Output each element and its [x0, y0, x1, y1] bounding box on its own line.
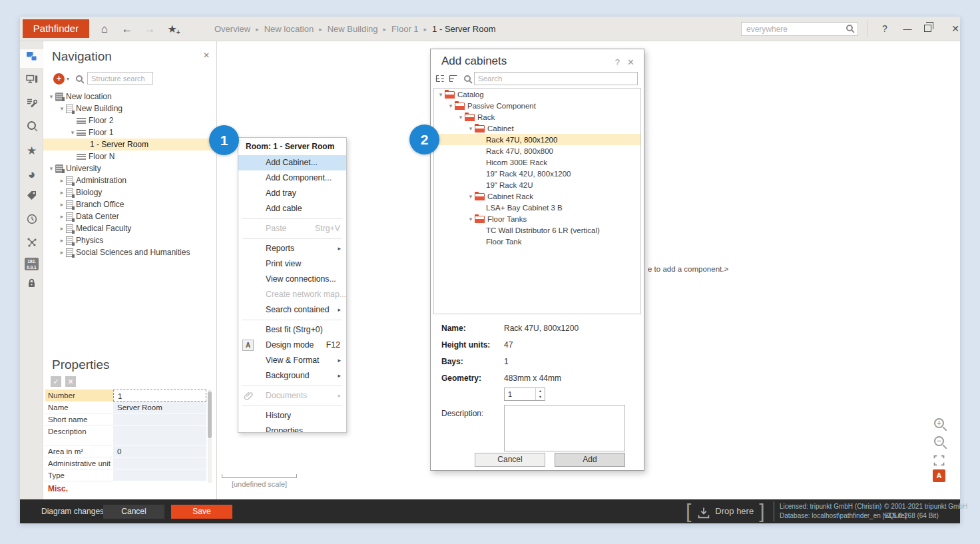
- drop-here-zone[interactable]: [Drop here]: [686, 499, 765, 523]
- minimize-button[interactable]: —: [897, 17, 917, 41]
- property-row-short-name[interactable]: Short name: [45, 413, 206, 425]
- expanded-icon[interactable]: ▾: [467, 125, 475, 132]
- property-value-number[interactable]: 1: [113, 390, 206, 402]
- menu-item-add-tray[interactable]: Add tray: [238, 186, 346, 201]
- dialog-help-icon[interactable]: ?: [615, 57, 620, 67]
- collapsed-icon[interactable]: ▸: [58, 189, 66, 196]
- quantity-input[interactable]: [505, 388, 535, 400]
- catalog-item-cabinet-rack[interactable]: ▾Cabinet Rack: [434, 190, 640, 202]
- workstation-icon[interactable]: [20, 75, 43, 89]
- chevron-down-icon[interactable]: ▾: [67, 76, 69, 82]
- tree-item-data-center[interactable]: ▸Data Center: [43, 210, 216, 222]
- catalog-item-cabinet[interactable]: ▾Cabinet: [434, 123, 640, 134]
- catalog-item-tc-wall-distributor[interactable]: TC Wall Distributor 6 LR (vertical): [434, 224, 640, 236]
- property-value-type[interactable]: [113, 469, 206, 481]
- diagram-save-button[interactable]: Save: [171, 505, 232, 519]
- search-module-icon[interactable]: [20, 121, 43, 135]
- collapsed-icon[interactable]: ▸: [58, 237, 66, 244]
- catalog-search-input[interactable]: [474, 72, 638, 85]
- expanded-icon[interactable]: ▾: [69, 129, 77, 136]
- catalog-item-passive-component[interactable]: ▾Passive Component: [434, 100, 640, 111]
- diagram-cancel-button[interactable]: Cancel: [103, 505, 164, 519]
- design-mode-active-icon[interactable]: A: [933, 469, 945, 482]
- tag-icon[interactable]: [20, 190, 43, 205]
- menu-item-view-format[interactable]: ▸View & Format: [238, 353, 346, 368]
- menu-item-design-mode[interactable]: AF12Design mode: [238, 338, 346, 353]
- zoom-out-icon[interactable]: −: [934, 436, 944, 446]
- help-button[interactable]: ?: [875, 17, 895, 41]
- menu-item-history[interactable]: History: [238, 408, 346, 423]
- lock-icon[interactable]: [20, 278, 43, 292]
- pie-chart-icon[interactable]: ◕: [20, 167, 43, 182]
- menu-item-add-cabinet[interactable]: Add Cabinet...: [238, 155, 346, 170]
- expanded-icon[interactable]: ▾: [467, 216, 475, 222]
- property-row-name[interactable]: NameServer Room: [45, 402, 206, 413]
- catalog-item-floor-tank[interactable]: Floor Tank: [434, 236, 640, 247]
- menu-item-properties-clipped[interactable]: Properties: [238, 423, 346, 433]
- back-icon[interactable]: ←: [117, 17, 137, 41]
- property-value-short-name[interactable]: [113, 413, 206, 425]
- property-value-description[interactable]: [113, 425, 206, 445]
- collapsed-icon[interactable]: ▸: [58, 213, 66, 220]
- dialog-add-button[interactable]: Add: [555, 453, 625, 467]
- scrollbar-thumb[interactable]: [208, 392, 212, 438]
- catalog-item-catalog[interactable]: ▾Catalog: [434, 89, 640, 100]
- property-row-type[interactable]: Type: [45, 469, 206, 481]
- catalog-item-19-rack-42u[interactable]: 19" Rack 42U: [434, 179, 640, 190]
- tree-item-new-location[interactable]: ▾New location: [43, 91, 216, 103]
- add-structure-button[interactable]: +: [53, 73, 65, 85]
- catalog-item-hicom-300e-rack[interactable]: Hicom 300E Rack: [434, 156, 640, 168]
- tree-item-server-room-selected[interactable]: 1 - Server Room: [43, 138, 216, 150]
- property-value-area[interactable]: 0: [113, 445, 206, 457]
- description-textarea[interactable]: [504, 405, 625, 451]
- expanded-icon[interactable]: ▾: [47, 165, 55, 172]
- tree-item-branch-office[interactable]: ▸Branch Office: [43, 198, 216, 210]
- breadcrumb-floor-1[interactable]: Floor 1: [391, 24, 418, 34]
- zoom-in-icon[interactable]: +: [934, 418, 944, 428]
- property-row-description[interactable]: Description: [45, 425, 206, 445]
- close-button[interactable]: ✕: [945, 17, 965, 41]
- menu-item-add-cable[interactable]: Add cable: [238, 201, 346, 216]
- property-value-name[interactable]: Server Room: [113, 402, 206, 413]
- tree-item-floor-1[interactable]: ▾Floor 1: [43, 127, 216, 138]
- property-row-area[interactable]: Area in m²0: [45, 445, 206, 457]
- tree-item-administration[interactable]: ▸Administration: [43, 174, 216, 186]
- navigation-close-icon[interactable]: ✕: [203, 51, 210, 60]
- property-value-administrative-unit[interactable]: [113, 457, 206, 469]
- fit-to-screen-icon[interactable]: [933, 455, 945, 469]
- tree-item-biology[interactable]: ▸Biology: [43, 186, 216, 198]
- property-row-number[interactable]: Number1: [45, 390, 206, 402]
- ip-address-icon[interactable]: 192. 0.0.1: [25, 258, 39, 270]
- history-clock-icon[interactable]: [20, 214, 43, 228]
- spinner-down-icon[interactable]: ▼: [536, 394, 545, 400]
- home-icon[interactable]: ⌂: [95, 17, 115, 41]
- catalog-item-rack-47u-800x800[interactable]: Rack 47U, 800x800: [434, 145, 640, 156]
- collapsed-icon[interactable]: ▸: [58, 177, 66, 184]
- search-icon[interactable]: [846, 25, 853, 31]
- restore-button[interactable]: [924, 25, 931, 32]
- discard-properties-icon[interactable]: ✕: [65, 376, 76, 387]
- expanded-icon[interactable]: ▾: [47, 93, 55, 100]
- tree-item-floor-2[interactable]: Floor 2: [43, 115, 216, 127]
- catalog-item-floor-tanks[interactable]: ▾Floor Tanks: [434, 213, 640, 224]
- breadcrumb-new-building[interactable]: New Building: [328, 24, 378, 34]
- apply-properties-icon[interactable]: ✓: [51, 376, 61, 387]
- configuration-tools-icon[interactable]: [20, 98, 43, 113]
- breadcrumb-new-location[interactable]: New location: [264, 24, 314, 34]
- expand-all-icon[interactable]: [435, 73, 445, 87]
- structure-search-input[interactable]: [87, 72, 153, 85]
- dialog-cancel-button[interactable]: Cancel: [475, 453, 545, 467]
- tree-item-university[interactable]: ▾University: [43, 162, 216, 174]
- tree-item-floor-n[interactable]: Floor N: [43, 150, 216, 162]
- catalog-item-19-rack-42u-800x1200[interactable]: 19" Rack 42U, 800x1200: [434, 168, 640, 179]
- expanded-icon[interactable]: ▾: [467, 193, 475, 200]
- collapsed-icon[interactable]: ▸: [58, 249, 66, 256]
- menu-item-best-fit[interactable]: Best fit (Strg+0): [238, 322, 346, 338]
- menu-item-print-view[interactable]: Print view: [238, 256, 346, 272]
- tree-item-medical-faculty[interactable]: ▸Medical Faculty: [43, 222, 216, 234]
- collapse-all-icon[interactable]: [448, 73, 459, 87]
- spinner-up-icon[interactable]: ▲: [536, 388, 545, 394]
- dialog-close-icon[interactable]: ✕: [627, 57, 634, 67]
- favorite-add-icon[interactable]: ★+: [162, 17, 185, 41]
- menu-item-background[interactable]: ▸Background: [238, 368, 346, 384]
